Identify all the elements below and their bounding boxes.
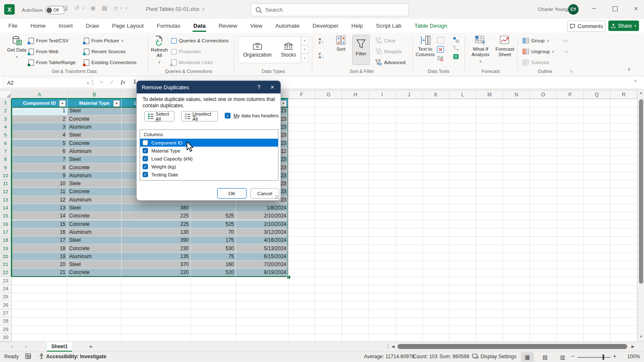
cell-A15[interactable]: 14 — [12, 212, 68, 220]
column-header-F[interactable]: F — [288, 91, 315, 99]
column-checkbox-icon[interactable] — [143, 172, 148, 177]
cell-C22[interactable]: 220 — [122, 269, 191, 277]
cell-E22[interactable]: 8/19/2024 — [236, 269, 288, 277]
column-header-O[interactable]: O — [530, 91, 557, 99]
sort-ascending-button[interactable]: AZ↓ — [319, 38, 324, 44]
document-title[interactable]: Pivot Tables 02-01.xlsx ∨ — [146, 6, 205, 12]
cell-A2[interactable]: 1 — [12, 107, 68, 115]
row-header-8[interactable]: 8 — [0, 155, 12, 163]
cell-A22[interactable]: 21 — [12, 269, 68, 277]
properties-button[interactable]: Properties — [171, 47, 201, 56]
scroll-down-icon[interactable]: ▼ — [638, 335, 644, 339]
column-header-N[interactable]: N — [503, 91, 530, 99]
cell-B20[interactable]: Aluminum — [68, 253, 122, 261]
reapply-filter-button[interactable]: Reapply — [375, 47, 402, 56]
cell-A9[interactable]: 8 — [12, 163, 68, 171]
name-box[interactable]: A2 ∨ — [3, 78, 93, 88]
row-header-11[interactable]: 11 — [0, 180, 12, 188]
existing-connections-button[interactable]: Existing Connections — [84, 58, 136, 67]
filter-dropdown-icon[interactable]: ▾ — [113, 100, 120, 107]
row-header-6[interactable]: 6 — [0, 140, 12, 147]
refresh-all-button[interactable]: Refresh All ∨ — [149, 35, 169, 65]
autosave-control[interactable]: AutoSave Off — [22, 6, 65, 14]
tab-review[interactable]: Review — [218, 19, 238, 33]
column-header-M[interactable]: M — [476, 91, 503, 99]
tab-page-layout[interactable]: Page Layout — [111, 19, 145, 33]
minimize-button[interactable]: ─ — [588, 5, 600, 12]
cell-A5[interactable]: 4 — [12, 131, 68, 139]
outline-dialog-launcher-icon[interactable]: ↘ — [569, 69, 573, 73]
cell-E20[interactable]: 6/15/2024 — [236, 253, 288, 261]
forecast-sheet-button[interactable]: Forecast Sheet — [494, 35, 516, 57]
row-header-23[interactable]: 23 — [0, 277, 12, 285]
cell-D15[interactable]: 525 — [191, 212, 236, 220]
cell-E16[interactable]: 2/10/2024 — [236, 220, 288, 228]
cell-B3[interactable]: Concrete — [68, 115, 122, 123]
advanced-filter-button[interactable]: Advanced — [375, 58, 405, 67]
filter-button[interactable]: Filter — [352, 35, 370, 65]
hide-detail-icon[interactable]: −≡ — [563, 47, 568, 56]
cell-B17[interactable]: Aluminum — [68, 228, 122, 236]
draw-table-icon[interactable]: ▦ — [101, 4, 107, 12]
remove-duplicates-icon[interactable] — [437, 46, 444, 53]
from-table-range-button[interactable]: From Table/Range — [29, 58, 75, 67]
hscroll-left-icon[interactable]: ◀ — [392, 344, 395, 349]
ok-button[interactable]: OK — [217, 188, 247, 199]
undo-icon[interactable]: ↺ — [74, 4, 80, 12]
cell-E18[interactable]: 4/16/2024 — [236, 236, 288, 244]
add-sheet-icon[interactable]: + — [89, 343, 93, 350]
cell-D18[interactable]: 175 — [191, 236, 236, 244]
column-header-A[interactable]: A — [12, 91, 68, 99]
cell-A13[interactable]: 12 — [12, 196, 68, 204]
cell-E17[interactable]: 3/12/2024 — [236, 228, 288, 236]
cell-C17[interactable]: 130 — [122, 228, 191, 236]
dialog-column-item-weight-kg-[interactable]: Weight (kg) — [140, 163, 278, 171]
cell-B22[interactable]: Concrete — [68, 269, 122, 277]
row-header-21[interactable]: 21 — [0, 261, 12, 269]
confirm-entry-icon[interactable]: ✓ — [110, 79, 114, 85]
column-header-K[interactable]: K — [423, 91, 449, 99]
from-picture-button[interactable]: From Picture ∨ — [84, 36, 124, 45]
row-header-5[interactable]: 5 — [0, 131, 12, 139]
tab-data[interactable]: Data — [192, 19, 206, 33]
tab-developer[interactable]: Developer — [312, 19, 340, 33]
sheet-next-icon[interactable]: › — [25, 344, 27, 349]
tab-automate[interactable]: Automate — [275, 19, 301, 33]
dialog-column-item-component-id[interactable]: Component ID — [140, 139, 278, 147]
recent-sources-button[interactable]: Recent Sources — [84, 47, 126, 56]
cell-A14[interactable]: 13 — [12, 204, 68, 212]
column-header-B[interactable]: B — [68, 91, 122, 99]
row-header-16[interactable]: 16 — [0, 220, 12, 228]
column-header-P[interactable]: P — [557, 91, 584, 99]
close-button[interactable]: × — [630, 5, 642, 13]
column-header-J[interactable]: J — [396, 91, 423, 99]
row-header-13[interactable]: 13 — [0, 196, 12, 204]
cell-D19[interactable]: 530 — [191, 244, 236, 252]
row-header-20[interactable]: 20 — [0, 253, 12, 261]
accessibility-icon[interactable] — [39, 353, 44, 361]
cell-B9[interactable]: Concrete — [68, 163, 122, 171]
cell-B13[interactable]: Aluminum — [68, 196, 122, 204]
sheet-tab-sheet1[interactable]: Sheet1 — [47, 342, 72, 352]
cell-B18[interactable]: Steel — [68, 236, 122, 244]
zoom-level[interactable]: 100% — [627, 354, 640, 359]
formula-input[interactable]: 1 — [133, 79, 136, 85]
subtotal-button[interactable]: Subtotal — [522, 58, 549, 67]
cell-B16[interactable]: Concrete — [68, 220, 122, 228]
excel-app-icon[interactable]: X — [4, 4, 15, 15]
cell-E21[interactable]: 7/20/2024 — [236, 261, 288, 269]
page-break-view-icon[interactable]: ▥ — [556, 352, 569, 362]
insert-function-icon[interactable]: fx — [121, 79, 125, 85]
cell-A4[interactable]: 3 — [12, 123, 68, 131]
cell-B10[interactable]: Aluminum — [68, 172, 122, 180]
cell-B4[interactable]: Aluminum — [68, 123, 122, 131]
gallery-up-icon[interactable]: ∧ — [301, 36, 308, 45]
cell-A21[interactable]: 20 — [12, 261, 68, 269]
hscroll-right-icon[interactable]: ▶ — [631, 344, 634, 349]
column-header-H[interactable]: H — [342, 91, 369, 99]
row-header-18[interactable]: 18 — [0, 236, 12, 244]
tab-formulas[interactable]: Formulas — [156, 19, 181, 33]
what-if-analysis-button[interactable]: ? What-If Analysis ∨ — [469, 35, 492, 64]
cell-B11[interactable]: Stele — [68, 180, 122, 188]
consolidate-icon[interactable] — [453, 37, 459, 43]
